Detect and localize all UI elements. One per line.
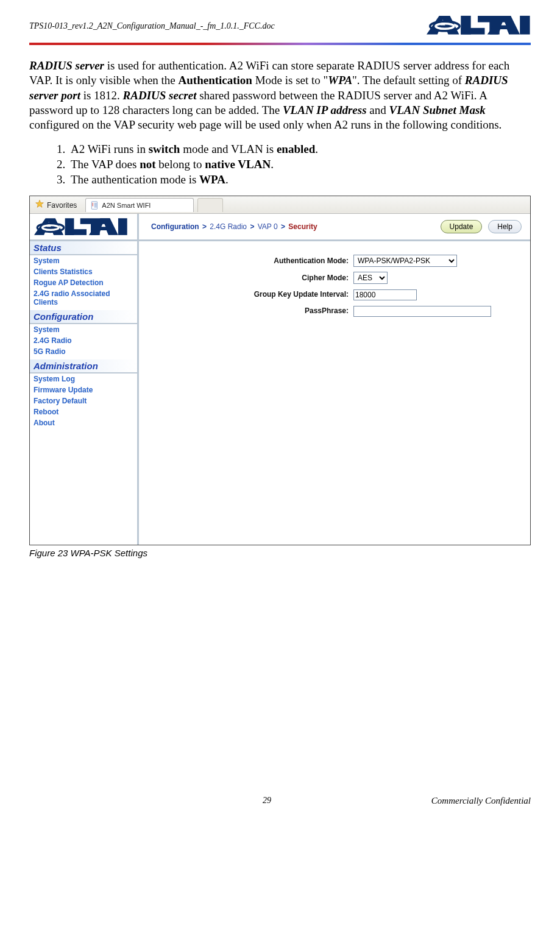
sidebar-section-configuration: Configuration — [30, 310, 137, 324]
header-divider — [29, 43, 531, 45]
list-item: The VAP does not belong to native VLAN. — [68, 157, 531, 172]
page-icon — [91, 201, 99, 210]
list-item: The authentication mode is WPA. — [68, 172, 531, 187]
browser-tab[interactable]: A2N Smart WIFI — [85, 198, 194, 212]
sidebar-item-reboot[interactable]: Reboot — [30, 406, 137, 417]
svg-rect-3 — [520, 16, 530, 35]
tab-title: A2N Smart WIFI — [102, 202, 151, 209]
figure-caption: Figure 23 WPA-PSK Settings — [29, 548, 531, 558]
chevron-right-icon: > — [280, 222, 286, 231]
term-authentication: Authentication — [179, 74, 252, 87]
new-tab-button[interactable] — [197, 198, 223, 212]
cipher-mode-label: Cipher Mode: — [147, 269, 353, 286]
doc-id: TPS10-013_rev1.2_A2N_Configuration_Manua… — [29, 21, 275, 31]
crumb-security: Security — [288, 222, 317, 231]
sidebar-section-administration: Administration — [30, 359, 137, 373]
confidential-label: Commercially Confidential — [431, 796, 531, 806]
sidebar-item-about[interactable]: About — [30, 417, 137, 428]
favorites-button[interactable]: Favorites — [31, 199, 80, 211]
app-logo — [32, 214, 139, 239]
group-key-update-label: Group Key Update Interval: — [147, 286, 353, 303]
term-wpa: WPA — [328, 74, 352, 87]
brand-logo — [427, 13, 531, 38]
help-button[interactable]: Help — [488, 220, 522, 233]
chevron-right-icon: > — [201, 222, 210, 231]
sidebar-item-cfg-24g[interactable]: 2.4G Radio — [30, 335, 137, 346]
svg-rect-8 — [65, 229, 87, 235]
sidebar-item-clients-statistics[interactable]: Clients Statistics — [30, 266, 137, 277]
sidebar-item-factory-default[interactable]: Factory Default — [30, 395, 137, 406]
svg-rect-2 — [461, 28, 484, 35]
passphrase-label: PassPhrase: — [147, 303, 353, 319]
security-form: Authentication Mode: WPA-PSK/WPA2-PSK Ci… — [139, 241, 530, 545]
star-icon — [35, 199, 44, 211]
sidebar-item-system[interactable]: System — [30, 255, 137, 266]
sidebar-item-cfg-5g[interactable]: 5G Radio — [30, 346, 137, 357]
update-button[interactable]: Update — [441, 220, 483, 233]
body-paragraph: RADIUS server is used for authentication… — [29, 58, 531, 133]
conditions-list: A2 WiFi runs in switch mode and VLAN is … — [29, 141, 531, 187]
list-item: A2 WiFi runs in switch mode and VLAN is … — [68, 141, 531, 157]
page-number: 29 — [102, 796, 431, 806]
group-key-update-input[interactable] — [353, 289, 417, 300]
sidebar-section-status: Status — [30, 241, 137, 255]
crumb-radio[interactable]: 2.4G Radio — [210, 222, 247, 231]
screenshot-panel: Favorites A2N Smart WIFI — [29, 196, 531, 545]
auth-mode-label: Authentication Mode: — [147, 252, 353, 269]
chevron-right-icon: > — [249, 222, 257, 231]
sidebar-item-rogue-ap[interactable]: Rogue AP Detection — [30, 277, 137, 288]
crumb-vap0[interactable]: VAP 0 — [258, 222, 278, 231]
favorites-label: Favorites — [47, 201, 77, 210]
cipher-mode-select[interactable]: AES — [353, 272, 388, 284]
sidebar: Status System Clients Statistics Rogue A… — [30, 241, 139, 545]
svg-rect-9 — [118, 218, 127, 235]
passphrase-input[interactable] — [353, 306, 491, 317]
auth-mode-select[interactable]: WPA-PSK/WPA2-PSK — [353, 255, 457, 267]
svg-rect-6 — [92, 202, 97, 210]
crumb-configuration[interactable]: Configuration — [151, 222, 199, 231]
term-radius-server: RADIUS server — [29, 59, 104, 72]
sidebar-item-cfg-system[interactable]: System — [30, 324, 137, 335]
term-vlan-ip-address: VLAN IP address — [283, 104, 367, 116]
term-radius-secret: RADIUS secret — [123, 89, 197, 102]
sidebar-item-assoc-clients[interactable]: 2.4G radio Associated Clients — [30, 288, 137, 308]
sidebar-item-system-log[interactable]: System Log — [30, 373, 137, 384]
breadcrumb: Configuration > 2.4G Radio > VAP 0 > Sec… — [139, 222, 441, 231]
term-vlan-subnet-mask: VLAN Subnet Mask — [389, 104, 485, 116]
favorites-bar: Favorites A2N Smart WIFI — [30, 196, 530, 214]
sidebar-item-firmware-update[interactable]: Firmware Update — [30, 384, 137, 395]
